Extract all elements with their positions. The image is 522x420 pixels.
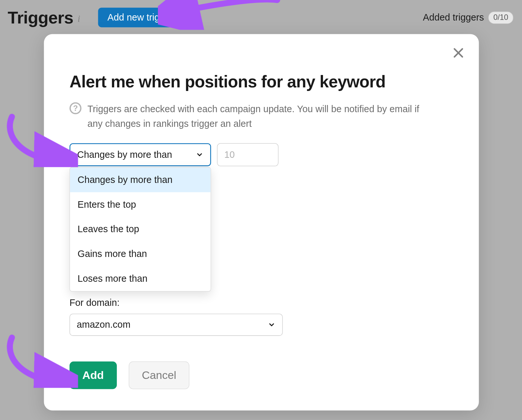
added-triggers-label: Added triggers: [423, 12, 484, 23]
chevron-down-icon: [268, 321, 276, 329]
helper-text: Triggers are checked with each campaign …: [87, 101, 420, 131]
trigger-modal: Alert me when positions for any keyword …: [44, 34, 479, 411]
condition-selected-label: Changes by more than: [77, 149, 172, 160]
dropdown-item-loses-more-than[interactable]: Loses more than: [70, 266, 210, 291]
dropdown-item-leaves-the-top[interactable]: Leaves the top: [70, 217, 210, 242]
threshold-input[interactable]: [217, 143, 278, 167]
domain-label: For domain:: [69, 298, 453, 309]
add-new-trigger-button[interactable]: Add new trigger: [98, 8, 183, 27]
domain-selected-label: amazon.com: [77, 319, 130, 330]
trigger-count-badge: 0/10: [488, 11, 513, 24]
domain-dropdown[interactable]: amazon.com: [69, 314, 283, 336]
dropdown-item-gains-more-than[interactable]: Gains more than: [70, 242, 210, 267]
info-icon[interactable]: i: [78, 13, 80, 24]
condition-dropdown[interactable]: Changes by more than: [69, 143, 211, 167]
close-icon[interactable]: [453, 47, 465, 61]
dropdown-item-changes-by-more-than[interactable]: Changes by more than: [70, 168, 210, 192]
help-icon: ?: [69, 102, 82, 114]
add-button[interactable]: Add: [69, 362, 116, 389]
modal-title: Alert me when positions for any keyword: [69, 72, 453, 91]
dropdown-item-enters-the-top[interactable]: Enters the top: [70, 192, 210, 217]
page-title: Triggers: [8, 8, 73, 27]
chevron-down-icon: [196, 151, 204, 159]
condition-dropdown-menu: Changes by more than Enters the top Leav…: [69, 167, 211, 292]
cancel-button[interactable]: Cancel: [129, 362, 190, 389]
page-header: Triggers i Add new trigger Added trigger…: [0, 0, 522, 32]
